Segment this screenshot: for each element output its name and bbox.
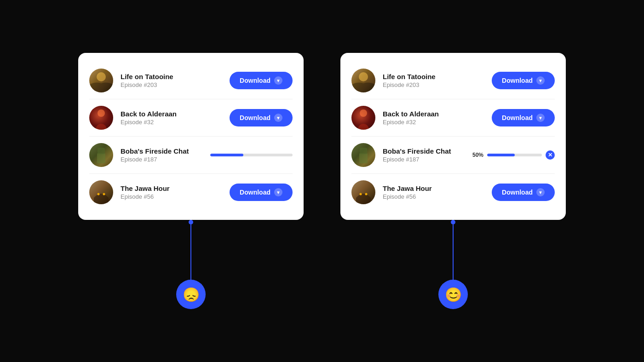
avatar-jawa <box>89 180 113 204</box>
episode-row-alderaan: Back to AlderaanEpisode #32Download▼ <box>89 99 293 137</box>
episode-info-jawa: The Jawa HourEpisode #56 <box>383 184 484 200</box>
download-label: Download <box>502 114 533 121</box>
download-label: Download <box>502 189 533 196</box>
connector-right: 😊 <box>438 220 468 309</box>
episode-info-boba: Boba's Fireside ChatEpisode #187 <box>121 147 203 163</box>
episode-title-tatooine: Life on Tatooine <box>121 73 222 80</box>
chevron-down-icon: ▼ <box>536 76 545 85</box>
episode-number-tatooine: Episode #203 <box>383 81 484 88</box>
panel-right: Life on TatooineEpisode #203Download▼Bac… <box>340 53 566 309</box>
episode-info-tatooine: Life on TatooineEpisode #203 <box>383 73 484 88</box>
avatar-jawa <box>351 180 375 204</box>
progress-container-left-boba <box>210 154 293 156</box>
svg-point-18 <box>360 193 362 195</box>
happy-face-icon: 😊 <box>438 280 468 309</box>
episode-info-alderaan: Back to AlderaanEpisode #32 <box>383 110 484 126</box>
episode-title-boba: Boba's Fireside Chat <box>121 147 203 155</box>
download-label: Download <box>240 189 270 196</box>
episode-info-jawa: The Jawa HourEpisode #56 <box>121 184 222 200</box>
chevron-down-icon: ▼ <box>274 114 282 122</box>
progress-bar-track <box>487 154 542 156</box>
download-label: Download <box>502 77 533 84</box>
download-button-left-jawa[interactable]: Download▼ <box>230 184 293 201</box>
avatar-boba <box>351 143 375 167</box>
svg-rect-16 <box>360 148 367 154</box>
connector-dot <box>189 220 193 224</box>
card-right: Life on TatooineEpisode #203Download▼Bac… <box>340 53 566 220</box>
episode-title-boba: Boba's Fireside Chat <box>383 147 465 155</box>
card-left: Life on TatooineEpisode #203Download▼Bac… <box>78 53 304 220</box>
chevron-down-icon: ▼ <box>536 114 545 122</box>
download-button-left-tatooine[interactable]: Download▼ <box>230 72 293 89</box>
episode-title-alderaan: Back to Alderaan <box>383 110 484 118</box>
sad-face-icon: 😞 <box>176 280 206 309</box>
episode-number-boba: Episode #187 <box>121 156 203 163</box>
connector-left: 😞 <box>176 220 206 309</box>
download-label: Download <box>240 77 270 84</box>
episode-info-alderaan: Back to AlderaanEpisode #32 <box>121 110 222 126</box>
svg-rect-5 <box>97 153 105 163</box>
svg-point-19 <box>365 193 368 195</box>
episode-number-jawa: Episode #56 <box>121 193 222 200</box>
avatar-tatooine <box>89 69 113 92</box>
svg-point-13 <box>360 109 367 117</box>
connector-line <box>453 224 454 280</box>
episode-title-jawa: The Jawa Hour <box>121 184 222 192</box>
episode-number-tatooine: Episode #203 <box>121 81 222 88</box>
episode-row-tatooine: Life on TatooineEpisode #203Download▼ <box>351 62 555 99</box>
episode-row-jawa: The Jawa HourEpisode #56Download▼ <box>89 174 293 211</box>
svg-rect-15 <box>359 153 368 163</box>
svg-point-8 <box>98 193 100 195</box>
episode-row-boba: Boba's Fireside ChatEpisode #187 <box>89 137 293 174</box>
progress-label: 50% <box>472 152 483 158</box>
episode-number-alderaan: Episode #32 <box>121 119 222 126</box>
cancel-download-button[interactable]: ✕ <box>546 150 555 160</box>
chevron-down-icon: ▼ <box>274 76 282 85</box>
episode-number-alderaan: Episode #32 <box>383 119 484 126</box>
episode-row-tatooine: Life on TatooineEpisode #203Download▼ <box>89 62 293 99</box>
episode-row-boba: Boba's Fireside ChatEpisode #18750%✕ <box>351 137 555 174</box>
episode-number-boba: Episode #187 <box>383 156 465 163</box>
episode-title-alderaan: Back to Alderaan <box>121 110 222 118</box>
download-button-right-jawa[interactable]: Download▼ <box>492 184 555 201</box>
progress-bar-track <box>210 154 293 156</box>
progress-bar-fill <box>487 154 514 156</box>
episode-info-boba: Boba's Fireside ChatEpisode #187 <box>383 147 465 163</box>
avatar-alderaan <box>351 106 375 130</box>
download-button-right-alderaan[interactable]: Download▼ <box>492 109 555 126</box>
svg-point-1 <box>97 72 106 81</box>
progress-container-right-boba: 50%✕ <box>472 150 555 160</box>
episode-row-jawa: The Jawa HourEpisode #56Download▼ <box>351 174 555 211</box>
chevron-down-icon: ▼ <box>274 188 282 196</box>
episode-title-tatooine: Life on Tatooine <box>383 73 484 80</box>
avatar-alderaan <box>89 106 113 130</box>
progress-bar-fill <box>210 154 243 156</box>
episode-number-jawa: Episode #56 <box>383 193 484 200</box>
connector-line <box>190 224 191 280</box>
panel-left: Life on TatooineEpisode #203Download▼Bac… <box>78 53 304 309</box>
svg-point-3 <box>98 109 105 117</box>
connector-dot <box>451 220 455 224</box>
page-wrapper: Life on TatooineEpisode #203Download▼Bac… <box>78 53 566 309</box>
download-button-right-tatooine[interactable]: Download▼ <box>492 72 555 89</box>
chevron-down-icon: ▼ <box>536 188 545 196</box>
download-label: Download <box>240 114 270 121</box>
svg-rect-6 <box>98 148 105 154</box>
download-button-left-alderaan[interactable]: Download▼ <box>230 109 293 126</box>
episode-info-tatooine: Life on TatooineEpisode #203 <box>121 73 222 88</box>
avatar-tatooine <box>351 69 375 92</box>
episode-title-jawa: The Jawa Hour <box>383 184 484 192</box>
svg-point-11 <box>359 72 368 81</box>
episode-row-alderaan: Back to AlderaanEpisode #32Download▼ <box>351 99 555 137</box>
avatar-boba <box>89 143 113 167</box>
svg-point-9 <box>103 193 105 195</box>
